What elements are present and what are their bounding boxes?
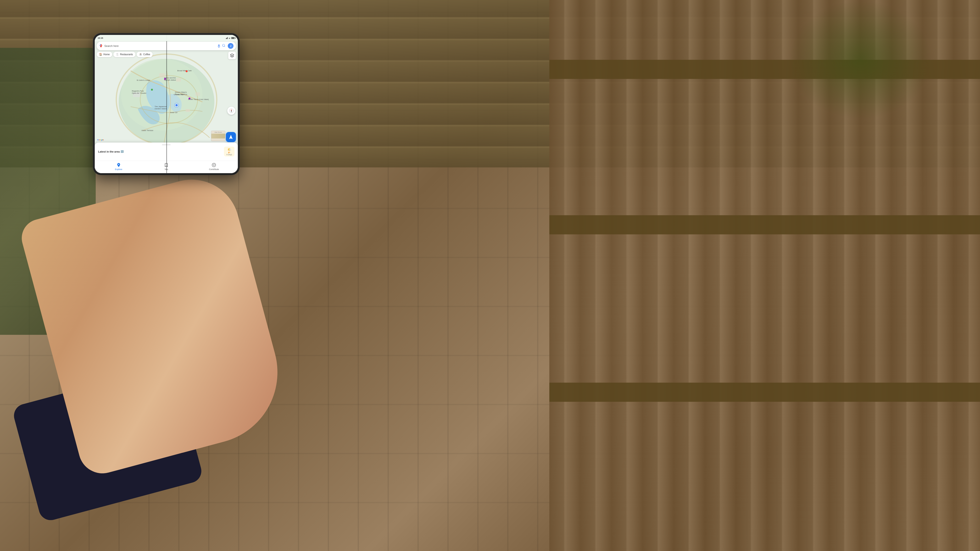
poi-griffin[interactable] <box>189 98 191 100</box>
status-time: 15:15 <box>98 37 103 39</box>
nav-pill-restaurants-label: Restaurants <box>120 53 133 56</box>
latest-title-group: Latest in the area ℹ️ <box>98 150 124 153</box>
maps-logo-icon <box>99 44 103 48</box>
svg-rect-14 <box>195 92 200 96</box>
explore-icon <box>116 162 121 168</box>
compass-icon <box>229 108 234 113</box>
background-leaves <box>789 0 932 119</box>
latest-info-icon: ℹ️ <box>121 150 124 153</box>
compass-button[interactable] <box>227 106 235 115</box>
svg-rect-11 <box>159 73 165 78</box>
navigation-fab[interactable] <box>226 132 236 142</box>
wifi-icon <box>229 37 231 39</box>
user-avatar[interactable]: J <box>228 43 234 49</box>
restaurants-nav-icon: 🍴 <box>116 53 119 56</box>
svg-rect-1 <box>226 38 227 39</box>
svg-line-19 <box>224 46 225 47</box>
thumbnail-road <box>211 134 225 138</box>
search-placeholder[interactable]: Search here <box>104 44 217 48</box>
poi-theatre[interactable] <box>151 89 153 91</box>
current-location-marker <box>175 103 178 107</box>
weather-temp: 8° <box>228 151 231 154</box>
battery-icon <box>231 37 235 39</box>
nav-pill-home-label: Home <box>103 53 110 56</box>
weather-icon: 🌤️ <box>227 148 231 151</box>
nav-pill-restaurants[interactable]: 🍴 Restaurants <box>113 52 135 57</box>
layers-icon <box>230 53 234 58</box>
status-icons <box>226 37 235 39</box>
svg-rect-13 <box>186 109 190 112</box>
svg-point-24 <box>118 164 119 165</box>
signal-icon <box>226 37 228 39</box>
fence-rail-bot <box>549 383 980 402</box>
search-mic-button[interactable] <box>217 44 221 48</box>
nav-pill-coffee-label: Coffee <box>143 53 150 56</box>
svg-rect-12 <box>176 78 181 81</box>
phone-device: 15:15 <box>93 33 239 175</box>
nav-pill-coffee[interactable]: ☕ Coffee <box>137 52 153 57</box>
status-bar: 15:15 <box>95 35 238 41</box>
poi-hylas[interactable] <box>164 78 166 80</box>
quick-nav-pills: 🏠 Home 🍴 Restaurants ☕ Coffee <box>97 52 153 57</box>
nav-pill-home[interactable]: 🏠 Home <box>97 52 112 57</box>
svg-point-18 <box>223 44 225 46</box>
contribute-label: Contribute <box>209 168 219 170</box>
svg-point-4 <box>229 39 230 39</box>
coffee-nav-icon: ☕ <box>139 53 142 56</box>
phone-screen: 15:15 <box>95 35 238 173</box>
contribute-icon <box>211 162 216 168</box>
svg-rect-10 <box>133 92 140 97</box>
svg-rect-3 <box>227 37 228 39</box>
fold-line <box>166 35 167 173</box>
nav-contribute[interactable]: Contribute <box>190 162 238 170</box>
nav-explore[interactable]: Explore <box>95 162 142 170</box>
map-thumbnail[interactable]: Ulster Terrace <box>211 130 225 141</box>
svg-point-15 <box>100 45 101 46</box>
navigate-icon <box>228 134 234 140</box>
latest-title-text: Latest in the area <box>98 150 119 153</box>
fence-rail-mid <box>549 215 980 234</box>
google-logo: Google <box>97 139 104 141</box>
weather-aqi: 5 DAQI <box>227 154 232 156</box>
layers-button[interactable] <box>228 52 236 59</box>
weather-badge: 🌤️ 8° 5 DAQI <box>224 147 234 156</box>
svg-rect-2 <box>227 38 227 39</box>
svg-rect-0 <box>226 38 226 39</box>
explore-label: Explore <box>115 168 122 170</box>
home-nav-icon: 🏠 <box>99 53 102 56</box>
search-lens-button[interactable] <box>222 44 226 48</box>
poi-broad-walk[interactable] <box>186 70 188 72</box>
